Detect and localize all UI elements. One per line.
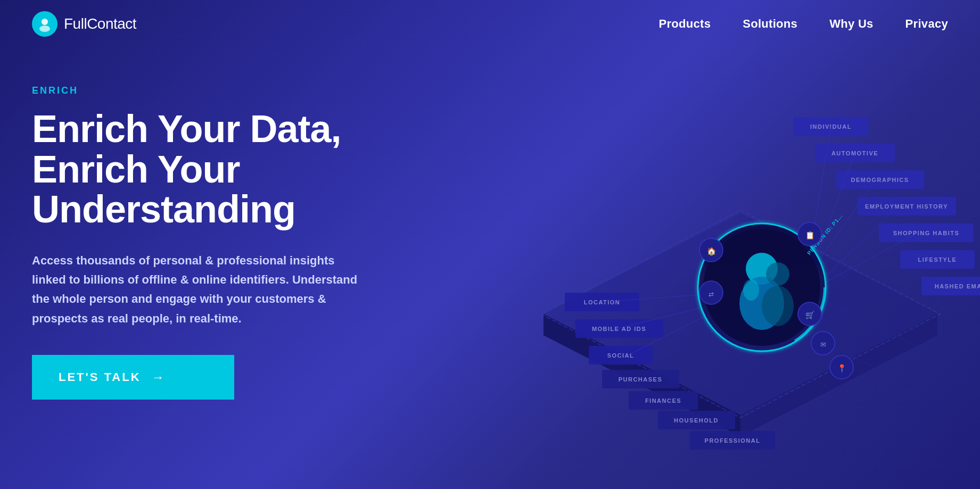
hero-diagram: INDIVIDUAL AUTOMOTIVE DEMOGRAPHICS EMPLO… [405,69,948,489]
svg-text:🛒: 🛒 [805,311,815,320]
svg-text:📍: 📍 [837,364,847,373]
hero-description: Access thousands of personal & professio… [32,251,362,328]
svg-text:HASHED EMAILS: HASHED EMAILS [935,283,980,289]
svg-point-58 [743,279,759,301]
hero-content: ENRICH Enrich Your Data, Enrich Your Und… [32,69,405,400]
svg-point-1 [39,26,50,32]
svg-text:SHOPPING HABITS: SHOPPING HABITS [893,230,960,236]
svg-point-59 [766,262,789,286]
svg-text:PROFESSIONAL: PROFESSIONAL [705,437,761,444]
hero-section: ENRICH Enrich Your Data, Enrich Your Und… [0,48,980,489]
svg-text:📋: 📋 [805,231,815,240]
svg-text:DEMOGRAPHICS: DEMOGRAPHICS [851,177,909,183]
nav-item-privacy[interactable]: Privacy [905,17,948,31]
nav-links: Products Solutions Why Us Privacy [658,17,948,31]
svg-point-60 [762,286,794,326]
nav-item-products[interactable]: Products [658,17,711,31]
nav-link-privacy[interactable]: Privacy [905,17,948,30]
svg-text:⇄: ⇄ [709,291,714,298]
cta-button[interactable]: LET'S TALK → [32,355,234,400]
enrich-diagram: INDIVIDUAL AUTOMOTIVE DEMOGRAPHICS EMPLO… [501,53,980,479]
svg-point-0 [42,19,48,25]
svg-text:MOBILE AD IDS: MOBILE AD IDS [592,326,646,332]
hero-title: Enrich Your Data, Enrich Your Understand… [32,109,405,230]
hero-title-line2: Enrich Your [32,148,240,190]
nav-link-products[interactable]: Products [658,17,711,30]
logo-bold: Full [64,15,87,32]
logo-light: Contact [87,15,136,32]
svg-text:EMPLOYMENT HISTORY: EMPLOYMENT HISTORY [865,203,948,210]
svg-text:HOUSEHOLD: HOUSEHOLD [674,417,719,424]
nav-item-solutions[interactable]: Solutions [743,17,797,31]
logo-icon [32,11,57,37]
nav-item-why-us[interactable]: Why Us [829,17,873,31]
cta-label: LET'S TALK [59,370,141,384]
svg-text:FINANCES: FINANCES [645,397,681,404]
svg-line-45 [815,153,855,261]
svg-text:LIFESTYLE: LIFESTYLE [918,256,957,263]
hero-title-line3: Understanding [32,188,295,230]
svg-text:🏠: 🏠 [707,247,717,256]
svg-text:SOCIAL: SOCIAL [607,352,635,359]
enrich-label: ENRICH [32,85,405,96]
logo-text: FullContact [64,15,136,32]
svg-text:PURCHASES: PURCHASES [619,376,663,383]
diagram-container: INDIVIDUAL AUTOMOTIVE DEMOGRAPHICS EMPLO… [501,53,980,479]
svg-line-46 [815,179,876,266]
nav-link-why-us[interactable]: Why Us [829,17,873,30]
svg-text:LOCATION: LOCATION [584,299,621,305]
svg-text:✉: ✉ [820,341,826,349]
hero-title-line1: Enrich Your Data, [32,107,341,150]
logo[interactable]: FullContact [32,11,136,37]
cta-arrow-icon: → [152,370,166,385]
nav-link-solutions[interactable]: Solutions [743,17,797,30]
main-nav: FullContact Products Solutions Why Us Pr… [0,0,980,48]
